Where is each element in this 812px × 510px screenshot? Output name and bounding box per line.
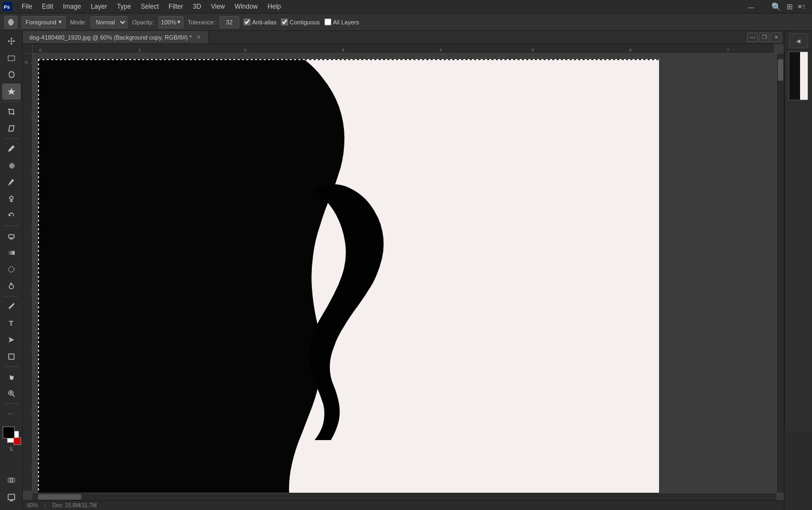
tool-history-brush[interactable]	[2, 208, 21, 224]
tool-dodge[interactable]	[2, 278, 21, 294]
doc-tab-bar: dog-4180480_1920.jpg @ 60% (Background c…	[23, 31, 784, 44]
maximize-button[interactable]: ❐	[763, 0, 788, 14]
foreground-label: Foreground	[25, 19, 56, 25]
all-layers-label[interactable]: All Layers	[324, 18, 359, 25]
doc-tab-title: dog-4180480_1920.jpg @ 60% (Background c…	[29, 34, 192, 41]
menu-view[interactable]: View	[207, 2, 229, 11]
main-area: T ···	[0, 31, 812, 510]
menu-window[interactable]: Window	[231, 2, 263, 11]
panel-scroll-area	[784, 49, 812, 508]
menu-edit[interactable]: Edit	[37, 2, 57, 11]
tool-blur[interactable]	[2, 261, 21, 277]
close-doc-button[interactable]: ✕	[771, 33, 782, 42]
doc-tab-controls: — ❐ ✕	[747, 33, 784, 42]
svg-rect-8	[8, 251, 15, 255]
foreground-color-swatch[interactable]	[3, 427, 15, 438]
tool-screen-mode[interactable]	[2, 489, 21, 506]
menu-filter[interactable]: Filter	[164, 2, 188, 11]
svg-rect-18	[8, 494, 15, 500]
ruler-corner	[23, 44, 33, 54]
mode-select[interactable]: Normal Multiply Screen	[91, 16, 127, 28]
tool-type[interactable]: T	[2, 315, 21, 331]
foreground-arrow-icon: ▾	[59, 18, 62, 25]
tool-gradient[interactable]	[2, 244, 21, 261]
all-layers-checkbox[interactable]	[324, 18, 331, 25]
ps-logo: Ps	[2, 1, 13, 12]
svg-rect-11	[9, 354, 14, 359]
color-wells[interactable]	[2, 425, 21, 445]
tolerance-label: Tolerance:	[188, 19, 215, 25]
toolbox: T ···	[0, 31, 23, 510]
tool-perspective-crop[interactable]	[2, 120, 21, 137]
right-panel: ◀	[784, 31, 812, 510]
canvas-document[interactable]	[33, 54, 774, 500]
scrollbar-bottom-thumb[interactable]	[38, 494, 81, 500]
tool-marquee-rect[interactable]	[2, 50, 21, 66]
menu-bar: Ps File Edit Image Layer Type Select Fil…	[0, 0, 812, 14]
anti-alias-label[interactable]: Anti-alias	[244, 18, 277, 25]
svg-marker-4	[8, 88, 15, 95]
contiguous-checkbox[interactable]	[281, 18, 288, 25]
svg-rect-7	[9, 235, 14, 238]
menu-layer[interactable]: Layer	[86, 2, 111, 11]
doc-tab-active[interactable]: dog-4180480_1920.jpg @ 60% (Background c…	[23, 31, 209, 43]
doc-tab-close[interactable]: ✕	[195, 34, 202, 41]
opacity-label: Opacity:	[132, 19, 154, 25]
menu-type[interactable]: Type	[112, 2, 135, 11]
tool-zoom[interactable]	[2, 385, 21, 402]
menu-select[interactable]: Select	[136, 2, 163, 11]
opacity-dropdown[interactable]: 100% ▾	[158, 16, 183, 28]
tool-lasso[interactable]	[2, 67, 21, 83]
ruler-top: 0 1 2 3 4 5 6 7	[33, 44, 774, 54]
thumbnail-black-area	[789, 52, 800, 100]
image-canvas[interactable]	[38, 59, 659, 493]
maximize-doc-button[interactable]: ❐	[759, 33, 770, 42]
svg-point-9	[9, 267, 14, 272]
tool-path-select[interactable]	[2, 332, 21, 348]
scrollbar-right[interactable]	[776, 54, 784, 493]
doc-info: Doc: 15.8M/31.7M	[53, 502, 97, 508]
svg-rect-3	[8, 56, 15, 61]
menu-file[interactable]: File	[17, 2, 36, 11]
tool-hand[interactable]	[2, 369, 21, 385]
close-button[interactable]: ✕	[788, 0, 812, 14]
canvas-wrapper: 0 1 2 3 4 5 6 7	[23, 44, 784, 500]
svg-point-6	[10, 196, 13, 199]
minimize-button[interactable]: —	[739, 0, 763, 14]
tool-icon-active[interactable]	[4, 16, 17, 29]
menu-3d[interactable]: 3D	[188, 2, 205, 11]
tool-crop[interactable]	[2, 104, 21, 120]
tool-move[interactable]	[2, 33, 21, 49]
tool-eraser[interactable]	[2, 228, 21, 244]
menu-help[interactable]: Help	[263, 2, 285, 11]
tool-heal[interactable]	[2, 157, 21, 173]
tool-more[interactable]: ···	[2, 405, 21, 422]
scrollbar-right-thumb[interactable]	[778, 59, 783, 81]
panel-collapse-button[interactable]: ◀	[789, 33, 808, 48]
anti-alias-checkbox[interactable]	[244, 18, 251, 25]
tool-shape[interactable]	[2, 348, 21, 365]
contiguous-label[interactable]: Contiguous	[281, 18, 320, 25]
svg-point-17	[10, 479, 13, 482]
zoom-level: 60%	[27, 502, 38, 508]
opacity-arrow-icon: ▾	[177, 18, 181, 25]
tolerance-input[interactable]	[220, 16, 239, 28]
tool-clone[interactable]	[2, 191, 21, 207]
options-bar: Foreground ▾ Mode: Normal Multiply Scree…	[0, 14, 812, 31]
tool-brush[interactable]	[2, 174, 21, 190]
selection-top	[38, 59, 659, 60]
scrollbar-bottom[interactable]	[33, 493, 776, 500]
svg-text:Ps: Ps	[4, 4, 10, 10]
tool-quick-mask[interactable]	[2, 472, 21, 488]
selection-left	[38, 59, 39, 493]
minimize-doc-button[interactable]: —	[747, 33, 758, 42]
tool-magic-wand[interactable]	[2, 83, 21, 100]
swap-colors-icon[interactable]: ⇅	[9, 447, 14, 452]
dog-image	[38, 59, 659, 493]
tool-eyedropper[interactable]	[2, 140, 21, 157]
tool-pen[interactable]	[2, 298, 21, 314]
foreground-dropdown[interactable]: Foreground ▾	[22, 16, 66, 28]
menu-image[interactable]: Image	[59, 2, 85, 11]
quick-mask-indicator[interactable]	[14, 437, 21, 445]
opacity-value: 100%	[161, 19, 176, 25]
